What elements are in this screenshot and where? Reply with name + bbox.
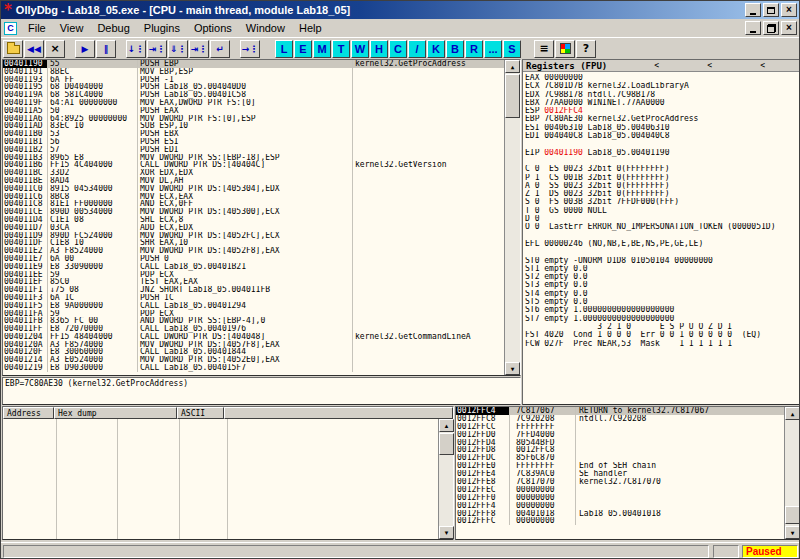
stack-row[interactable]: 0012FFE47C839AC0SE handler [456, 470, 784, 478]
toolbar-source-button[interactable]: S [503, 40, 521, 58]
maximize-button[interactable] [763, 3, 779, 17]
dump-scrollbar[interactable]: ▲ ▼ [438, 419, 453, 539]
register-line[interactable]: ST2 empty 0.0 [523, 273, 799, 281]
disasm-row[interactable]: 004011E9E8 33090000CALL Lab18_05.00401B2… [3, 263, 504, 271]
disasm-row[interactable]: 004011C881E1 FF000000AND ECX,0FF [3, 200, 504, 208]
register-line[interactable]: O 0 LastErr ERROR_NO_IMPERSONATION_TOKEN… [523, 223, 799, 231]
disasm-row[interactable]: 00401219E8 D9030000CALL Lab18_05.004015F… [3, 364, 504, 372]
dump-body[interactable] [3, 419, 438, 539]
disasm-row[interactable]: 004011C08915 04534000MOV DWORD PTR DS:[4… [3, 185, 504, 193]
register-line[interactable]: ST5 empty 0.0 [523, 298, 799, 306]
register-line[interactable]: ST7 empty 1.0000000000000000000 [523, 315, 799, 323]
toolbar-restart-button[interactable]: ◀◀ [24, 40, 44, 58]
register-line[interactable]: P 1 CS 001B 32bit 0(FFFFFFFF) [523, 174, 799, 182]
menu-plugins[interactable]: Plugins [137, 20, 187, 36]
register-row[interactable]: ESI 00406310 Lab18_05.00406310 [523, 124, 799, 132]
toolbar-step-into-button[interactable]: ↓⋮ [126, 40, 146, 58]
stack-row[interactable]: 0012FFD80012FFC8 [456, 446, 784, 454]
disasm-row[interactable]: 004011BC33D2XOR EDX,EDX [3, 169, 504, 177]
disasm-row[interactable]: 004011B156PUSH ESI [3, 138, 504, 146]
register-line[interactable]: T 0 GS 0000 NULL [523, 207, 799, 215]
stack-row[interactable]: 0012FFE0FFFFFFFFEnd of SEH chain [456, 462, 784, 470]
toolbar-run-button[interactable]: ▶ [75, 40, 95, 58]
close-button[interactable]: × [781, 3, 797, 17]
toolbar-step-over-button[interactable]: ⇥⋮ [147, 40, 167, 58]
disasm-row[interactable]: 0040120AA3 F8574000MOV DWORD PTR DS:[405… [3, 341, 504, 349]
disasm-row[interactable]: 004011DFC1E8 10SHR EAX,10 [3, 239, 504, 247]
register-line[interactable]: ST0 empty -UNORM D1D8 01050104 00000000 [523, 257, 799, 265]
scroll-up-icon[interactable]: ▲ [439, 419, 454, 432]
toolbar-windows-button[interactable]: W [351, 40, 369, 58]
register-line[interactable]: 3 2 1 0 E S P U O Z D I [523, 323, 799, 331]
disasm-row[interactable]: 004011CE890D 00534000MOV DWORD PTR DS:[4… [3, 208, 504, 216]
register-line[interactable]: D 0 [523, 215, 799, 223]
register-line[interactable]: S 0 FS 003B 32bit 7FFDF000(FFF) [523, 198, 799, 206]
disasm-row[interactable]: 004011D4C1E1 08SHL ECX,8 [3, 216, 504, 224]
mdi-restore-button[interactable] [763, 21, 779, 35]
register-row[interactable]: EIP 00401190 Lab18_05.00401190 [523, 149, 799, 157]
toolbar-animate-over-button[interactable]: ⇥⋮ [189, 40, 209, 58]
register-row[interactable]: ESP 0012FFC4 [523, 107, 799, 115]
disasm-row[interactable]: 0040119F64:A1 00000000MOV EAX,DWORD PTR … [3, 99, 504, 107]
disasm-row[interactable]: 004011D703CAADD ECX,EDX [3, 224, 504, 232]
menu-help[interactable]: Help [292, 20, 329, 36]
toolbar-executables-button[interactable]: E [294, 40, 312, 58]
register-row[interactable]: EBP 7C80AE30 kernel32.GetProcAddress [523, 115, 799, 123]
dump-header-hex-dump[interactable]: Hex dump [54, 407, 177, 419]
disasm-row[interactable]: 004011B6FF15 4C404000CALL DWORD PTR DS:[… [3, 161, 504, 169]
disasm-row[interactable]: 004011BE8AD4MOV DL,AH [3, 177, 504, 185]
register-line[interactable] [523, 232, 799, 240]
disasm-row[interactable]: 004011AD83EC 10SUB ESP,10 [3, 122, 504, 130]
stack-row[interactable]: 0012FFD07FFD4000 [456, 431, 784, 439]
dump-header-address[interactable]: Address [3, 407, 54, 419]
register-line[interactable]: C 0 ES 0023 32bit 0(FFFFFFFF) [523, 165, 799, 173]
disasm-row[interactable]: 00401204FF15 48404000CALL DWORD PTR DS:[… [3, 333, 504, 341]
disasm-row[interactable]: 004011B257PUSH EDI [3, 146, 504, 154]
menu-options[interactable]: Options [187, 20, 239, 36]
stack-scrollbar[interactable]: ▲ ▼ [784, 407, 799, 539]
stack-row[interactable]: 0012FFFC00000000 [456, 517, 784, 525]
disasm-row[interactable]: 004011FFE8 72070000CALL Lab18_05.0040197… [3, 325, 504, 333]
toolbar-appearance-button[interactable] [555, 40, 575, 58]
registers-header[interactable]: Registers (FPU) < < < [523, 60, 799, 72]
disasm-row[interactable]: 004011FA59POP ECX [3, 310, 504, 318]
disasm-row[interactable]: 004011C68BC8MOV ECX,EAX [3, 193, 504, 201]
register-line[interactable]: ST3 empty 0.0 [523, 281, 799, 289]
register-line[interactable]: Z 1 DS 0023 32bit 0(FFFFFFFF) [523, 190, 799, 198]
disasm-row[interactable]: 004011D9890D FC524000MOV DWORD PTR DS:[4… [3, 232, 504, 240]
stack-row[interactable]: 0012FFD480544BFD [456, 439, 784, 447]
toolbar-animate-into-button[interactable]: ⇓⋮ [168, 40, 188, 58]
disasm-row[interactable]: 004011F1↓75 08JNZ SHORT Lab18_05.004011F… [3, 286, 504, 294]
disasm-row[interactable]: 004011B38965 E8MOV DWORD PTR SS:[EBP-18]… [3, 154, 504, 162]
registers-collapse-chevrons[interactable]: < < < [654, 61, 799, 70]
disasm-row[interactable]: 004011F5E8 9A000000CALL Lab18_05.0040129… [3, 302, 504, 310]
disasm-row[interactable]: 004011B053PUSH EBX [3, 130, 504, 138]
disasm-row[interactable]: 004011A550PUSH EAX [3, 107, 504, 115]
toolbar-run-trace-button[interactable]: ... [484, 40, 502, 58]
toolbar-threads-button[interactable]: T [332, 40, 350, 58]
stack-row[interactable]: 0012FFF800401018Lab18_05.00401018 [456, 510, 784, 518]
register-line[interactable]: A 0 SS 0023 32bit 0(FFFFFFFF) [523, 182, 799, 190]
menu-window[interactable]: Window [239, 20, 292, 36]
menu-debug[interactable]: Debug [90, 20, 136, 36]
disasm-row[interactable]: 004011F36A 1CPUSH 1C [3, 294, 504, 302]
register-line[interactable]: ST1 empty 0.0 [523, 265, 799, 273]
disasm-row[interactable]: 0040119A68 581C4000PUSH Lab18_05.00401C5… [3, 91, 504, 99]
toolbar-call-stack-button[interactable]: K [427, 40, 445, 58]
disasm-row[interactable]: 004011EF85C0TEST EAX,EAX [3, 278, 504, 286]
disasm-row[interactable]: 004011A664:8925 00000000MOV DWORD PTR FS… [3, 115, 504, 123]
toolbar-cpu-button[interactable]: C [389, 40, 407, 58]
toolbar-options-list-button[interactable]: ≡ [534, 40, 554, 58]
disasm-row[interactable]: 004011EE59POP ECX [3, 271, 504, 279]
register-row[interactable]: EAX 00000000 [523, 74, 799, 82]
register-line[interactable]: FST 4020 Cond 1 0 0 0 Err 0 0 1 0 0 0 0 … [523, 331, 799, 339]
disasm-row[interactable]: 004011E76A 00PUSH 0 [3, 255, 504, 263]
menu-file[interactable]: File [21, 20, 53, 36]
cpu-window-icon[interactable]: C [4, 22, 17, 35]
disasm-row[interactable]: 00401214A3 E0524000MOV DWORD PTR DS:[405… [3, 356, 504, 364]
disasm-row[interactable]: 004011936A FFPUSH -1 [3, 76, 504, 84]
register-line[interactable]: EFL 00000246 (NO,NB,E,BE,NS,PE,GE,LE) [523, 240, 799, 248]
toolbar-log-window-button[interactable]: L [275, 40, 293, 58]
scrollbar-thumb[interactable] [505, 74, 520, 118]
scrollbar-thumb[interactable] [439, 433, 454, 455]
